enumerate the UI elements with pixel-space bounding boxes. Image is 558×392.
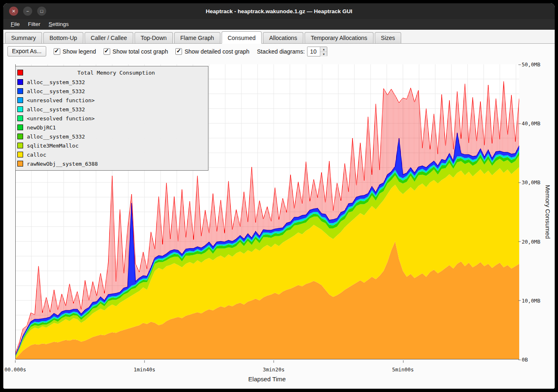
tab[interactable]: Allocations (263, 32, 303, 43)
check-icon: ✓ (54, 47, 59, 54)
legend-swatch (17, 88, 23, 94)
legend-item: alloc__system_5332 (17, 132, 206, 141)
legend-item-label: alloc__system_5332 (27, 134, 85, 140)
tab[interactable]: Temporary Allocations (305, 32, 374, 43)
checkbox-label: Show legend (63, 48, 96, 55)
tab[interactable]: Caller / Callee (85, 32, 133, 43)
window-controls: ✕ − □ (9, 7, 46, 16)
checkbox-box[interactable]: ✓ (175, 48, 182, 55)
tab[interactable]: Consumed (222, 31, 262, 44)
checkbox-label: Show detailed cost graph (184, 48, 249, 55)
checkbox-box[interactable]: ✓ (104, 48, 110, 55)
checkbox[interactable]: ✓ Show total cost graph (104, 48, 168, 55)
legend-item: newObjRC1 (17, 123, 206, 132)
x-axis-tick-label: 1min40s (134, 366, 156, 373)
spin-buttons: ▲ ▼ (320, 47, 327, 56)
menu-item[interactable]: Settings (45, 19, 73, 29)
x-axis-tick-label: 3min20s (263, 366, 285, 373)
menu-item[interactable]: Filter (24, 19, 45, 29)
y-axis-tick-label: 50,0MB (522, 61, 540, 68)
spin-up-button[interactable]: ▲ (320, 47, 327, 52)
legend-swatch (17, 115, 23, 121)
tab[interactable]: Top-Down (135, 32, 173, 43)
legend-item: calloc (17, 150, 206, 159)
close-button[interactable]: ✕ (9, 7, 18, 16)
legend-title-swatch (17, 70, 23, 75)
minimize-button[interactable]: − (23, 7, 32, 16)
legend-swatch (17, 134, 23, 139)
checkbox-group: ✓ Show legend ✓ Show total cost graph ✓ … (54, 48, 250, 55)
x-axis-tick-label: 00.000s (5, 366, 26, 373)
legend-item: alloc__system_5332 (17, 87, 206, 96)
y-axis-tick-label: 10,0MB (522, 297, 540, 303)
legend-swatch (17, 124, 23, 130)
legend-swatch (17, 152, 23, 157)
legend-item: <unresolved function> (17, 114, 206, 123)
y-axis-tick-label: 0B (522, 357, 528, 363)
close-icon: ✕ (12, 9, 15, 14)
y-axis-title: Memory Consumed (544, 185, 551, 239)
checkbox[interactable]: ✓ Show legend (54, 48, 96, 55)
checkbox-box[interactable]: ✓ (54, 48, 60, 55)
maximize-button[interactable]: □ (37, 7, 46, 16)
y-axis-tick-label: 30,0MB (522, 179, 540, 185)
tab[interactable]: Flame Graph (174, 32, 220, 43)
legend-item-label: alloc__system_5332 (27, 79, 85, 85)
y-axis-tick-label: 20,0MB (522, 238, 540, 244)
legend-item-label: <unresolved function> (27, 115, 95, 122)
x-axis-tick-label: 5min00s (392, 366, 414, 373)
tab[interactable]: Summary (5, 32, 42, 43)
menu-bar: File Filter Settings (3, 19, 555, 30)
legend-title-row: Total Memory Consumption (17, 68, 206, 77)
chevron-down-icon: ▼ (322, 53, 325, 56)
legend-item-label: alloc__system_5332 (27, 106, 85, 113)
legend-item-label: alloc__system_5332 (27, 88, 85, 94)
menu-item[interactable]: File (7, 19, 24, 29)
app-window: ✕ − □ Heaptrack - heaptrack.wakunode.1.g… (3, 3, 555, 389)
chart-legend: Total Memory Consumption alloc__system_5… (15, 66, 208, 171)
stacked-diagrams-control: Stacked diagrams: 10 ▲ ▼ (257, 47, 327, 56)
title-bar: ✕ − □ Heaptrack - heaptrack.wakunode.1.g… (3, 3, 555, 19)
legend-swatch (17, 106, 23, 112)
legend-item: sqlite3MemMalloc (17, 141, 206, 150)
legend-item: alloc__system_5332 (17, 105, 206, 114)
stacked-diagrams-value[interactable]: 10 (307, 47, 320, 56)
spin-down-button[interactable]: ▼ (320, 52, 327, 56)
export-as-button[interactable]: Export As... (7, 46, 46, 56)
window-title: Heaptrack - heaptrack.wakunode.1.gz — He… (3, 8, 555, 14)
legend-swatch (17, 79, 23, 85)
minimize-icon: − (26, 9, 29, 14)
stacked-diagrams-label: Stacked diagrams: (257, 48, 305, 55)
stacked-diagrams-spinbox[interactable]: 10 ▲ ▼ (307, 47, 327, 56)
legend-items: alloc__system_5332 alloc__system_5332 <u… (17, 77, 206, 168)
legend-swatch (17, 97, 23, 103)
legend-item: alloc__system_5332 (17, 77, 206, 87)
check-icon: ✓ (104, 47, 109, 54)
y-axis-tick-label: 40,0MB (522, 120, 540, 127)
legend-item-label: <unresolved function> (27, 97, 95, 103)
legend-swatch (17, 161, 23, 167)
checkbox[interactable]: ✓ Show detailed cost graph (175, 48, 249, 55)
checkbox-label: Show total cost graph (113, 48, 168, 55)
legend-title: Total Memory Consumption (27, 70, 206, 76)
toolbar: Export As... ✓ Show legend ✓ Show total … (3, 44, 555, 59)
tab-bar: Summary Bottom-Up Caller / Callee Top-Do… (3, 30, 555, 44)
legend-item-label: newObjRC1 (27, 124, 56, 131)
chart-area: Total Memory Consumption alloc__system_5… (3, 59, 555, 389)
chevron-up-icon: ▲ (322, 48, 325, 51)
legend-item-label: sqlite3MemMalloc (27, 143, 78, 149)
legend-item-label: calloc (27, 152, 46, 158)
tab[interactable]: Bottom-Up (43, 32, 83, 43)
legend-item: <unresolved function> (17, 96, 206, 105)
legend-swatch (17, 143, 23, 148)
check-icon: ✓ (176, 47, 181, 54)
maximize-icon: □ (40, 9, 43, 14)
tab[interactable]: Sizes (375, 32, 401, 43)
legend-item: rawNewObj__system_6388 (17, 159, 206, 168)
legend-item-label: rawNewObj__system_6388 (27, 161, 98, 167)
x-axis-title: Elapsed Time (248, 376, 286, 383)
